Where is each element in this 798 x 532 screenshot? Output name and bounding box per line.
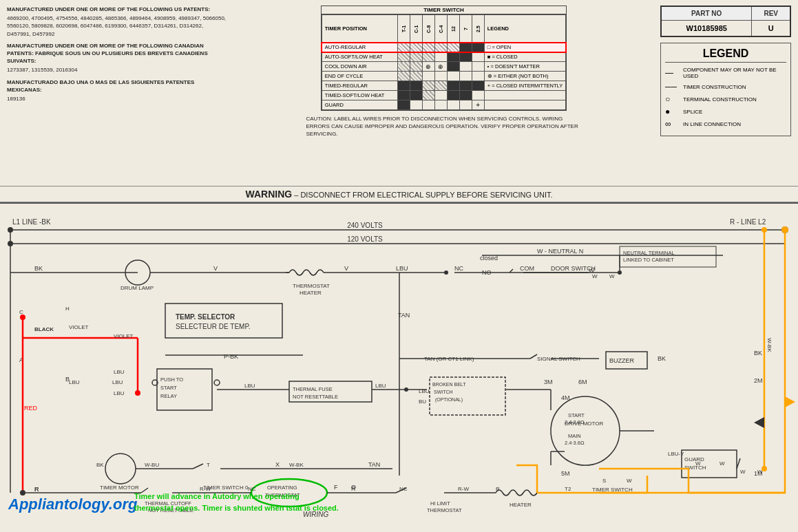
- com-label: COM: [520, 265, 534, 272]
- col-12: 12: [447, 15, 459, 43]
- canada-patents-title: MANUFACTURED UNDER ONE OR MORE OF THE FO…: [7, 42, 227, 65]
- drum-lamp: DRUM LAMP: [120, 285, 154, 291]
- wiring-diagram: L1 LINE -BK R - LINE L2 240 VOLTS 120 VO…: [0, 202, 798, 519]
- wbu-label: W-BU: [145, 462, 159, 468]
- guard-switch-1: GUARD: [684, 456, 704, 462]
- lbu-label-1: LBU: [396, 265, 408, 272]
- legend-open: □ = OPEN: [484, 43, 565, 52]
- svg-point-68: [618, 270, 622, 275]
- lbu-label-7: LBU: [419, 388, 430, 394]
- legend-item-4: ● SPLICE: [665, 107, 786, 116]
- svg-point-60: [781, 226, 788, 233]
- note-line-2: thermostat opens. Timer is shunted when …: [134, 502, 339, 514]
- start-ohm: 2.4·3.8Ω: [565, 419, 585, 425]
- neutral-terminal-2: LINKED TO CABINET: [623, 257, 674, 263]
- svg-point-6: [8, 227, 13, 233]
- svg-point-17: [444, 270, 448, 275]
- s-label: S: [602, 478, 606, 484]
- timer-advance-note: Timer will advance in Autodry when opera…: [134, 491, 339, 513]
- v-label-1: V: [213, 265, 218, 272]
- timer-switch-section: TIMER SWITCH TIMER POSITION T-1 C-1 C-8 …: [234, 6, 653, 183]
- lbu-label-5: LBU: [375, 383, 386, 389]
- thermal-fuse-1: THERMAL FUSE: [293, 386, 333, 392]
- broken-belt-1: BROKEN BELT: [432, 382, 466, 387]
- volts-240: 240 VOLTS: [347, 222, 383, 229]
- bu-label: BU: [419, 398, 426, 405]
- label-4m: 4M: [561, 394, 570, 401]
- r-label-2: R: [351, 485, 356, 492]
- bk-label-4: BK: [96, 462, 104, 468]
- lbu-junction: LBU: [114, 390, 125, 396]
- svg-point-7: [8, 241, 13, 246]
- w-label-4: W: [720, 460, 725, 467]
- main-container: MANUFACTURED UNDER ONE OR MORE OF THE FO…: [0, 0, 798, 532]
- cell-ar-25: [472, 43, 484, 52]
- note-line-1: Timer will advance in Autodry when opera…: [134, 491, 339, 502]
- auto-regular-row: AUTO-REGULAR □ = OPEN: [322, 43, 565, 52]
- lbu-label-4: LBU: [244, 383, 255, 389]
- neutral-label: W - NEUTRAL N: [537, 248, 583, 255]
- t2-label: T2: [565, 486, 571, 492]
- violet-label-2: VIOLET: [114, 333, 134, 339]
- push-start-2: START: [160, 385, 177, 391]
- legend-item-1: — COMPONENT MAY OR MAY NOT BE USED: [665, 67, 786, 79]
- hi-limit-1: HI LIMIT: [430, 500, 450, 507]
- broken-belt-2: SWITCH: [434, 390, 453, 394]
- timer-switch-header: TIMER SWITCH: [322, 6, 566, 14]
- timer-switch-right: TIMER SWITCH: [592, 487, 633, 493]
- cell-ar-t1: [397, 43, 410, 52]
- timed-regular-row: TIMED-REGULAR + = CLOSED INTERMITTENTLY: [322, 81, 565, 91]
- label-2m: 2M: [754, 377, 763, 384]
- us-patents-title: MANUFACTURED UNDER ONE OR MORE OF THE FO…: [7, 6, 227, 13]
- wbk-label: W-BK: [766, 338, 773, 352]
- push-start-1: PUSH TO: [160, 376, 183, 383]
- warning-text: – DISCONNECT FROM ELECTRICAL SUPPLY BEFO…: [294, 191, 552, 199]
- l2-label: R - LINE L2: [730, 218, 766, 226]
- cell-ar-c1: [410, 43, 422, 52]
- us-patents-numbers: 4669200, 4700495, 4754556, 4840285, 4865…: [7, 14, 227, 38]
- rw-label-2: R-W: [458, 486, 469, 492]
- legend-item-3: ○ TERMINAL CONSTRUCTION: [665, 94, 786, 104]
- thermal-fuse-2: NOT RESETTABLE: [293, 394, 338, 400]
- closed-label: closed: [480, 255, 498, 262]
- rev-value: U: [752, 21, 790, 37]
- red-label: RED: [24, 405, 38, 412]
- heater-label: HEATER: [510, 502, 532, 508]
- top-section: MANUFACTURED UNDER ONE OR MORE OF THE FO…: [0, 0, 798, 186]
- appliantology-brand[interactable]: Appliantology.org: [8, 496, 137, 513]
- main-ohm: 2.4·3.6Ω: [565, 440, 585, 446]
- svg-point-64: [20, 490, 25, 496]
- patents-section: MANUFACTURED UNDER ONE OR MORE OF THE FO…: [7, 6, 227, 183]
- v-label-2: V: [344, 265, 348, 272]
- legend-item-2: ── TIMER CONSTRUCTION: [665, 82, 786, 92]
- cell-ar-12: [447, 43, 459, 52]
- cell-ar-7: [459, 43, 472, 52]
- cool-down-row: COOL DOWN AIR ⊕ ⊕ ▪ = DOESN'T MATTER: [322, 62, 565, 72]
- part-no-value: W10185985: [661, 21, 752, 37]
- legend-item-5: ∞ IN LINE CONNECTION: [665, 119, 786, 129]
- wbk-label-2: W-BK: [289, 462, 304, 468]
- legend-header: LEGEND: [484, 15, 565, 43]
- lbu-label-2: LBU: [69, 379, 80, 385]
- auto-soft-row: AUTO-SOFT/LOW HEAT ■ = CLOSED: [322, 52, 565, 62]
- rev-label: REV: [752, 6, 790, 21]
- lbu-label-6: LBU: [114, 369, 125, 375]
- col-7: 7: [459, 15, 472, 43]
- c-label: C: [19, 309, 23, 315]
- caution-text: CAUTION: LABEL ALL WIRES PRIOR TO DISCON…: [306, 115, 582, 138]
- wiring-svg: L1 LINE -BK R - LINE L2 240 VOLTS 120 VO…: [0, 204, 798, 519]
- timed-soft-row: TIMED-SOFT/LOW HEAT: [322, 91, 565, 100]
- buzzer: BUZZER: [609, 357, 635, 364]
- col-c1: C-1: [410, 15, 422, 43]
- bk-label-3: BK: [754, 350, 762, 357]
- w-ds-2: W: [609, 273, 615, 279]
- part-legend-section: PART NO REV W10185985 U LEGEND — COMPONE…: [660, 6, 791, 183]
- pbk-label: P-BK: [224, 353, 238, 360]
- legend-title: LEGEND: [665, 47, 786, 63]
- w-label-3: W: [695, 460, 701, 467]
- timer-motor: TIMER MOTOR: [100, 485, 139, 491]
- violet-label-1: VIOLET: [69, 324, 89, 330]
- t-label-1: T: [207, 462, 210, 468]
- mexico-patents-numbers: 189136: [7, 95, 227, 103]
- end-of-cycle-row: END OF CYCLE ⊕ = EITHER (NOT BOTH): [322, 72, 565, 81]
